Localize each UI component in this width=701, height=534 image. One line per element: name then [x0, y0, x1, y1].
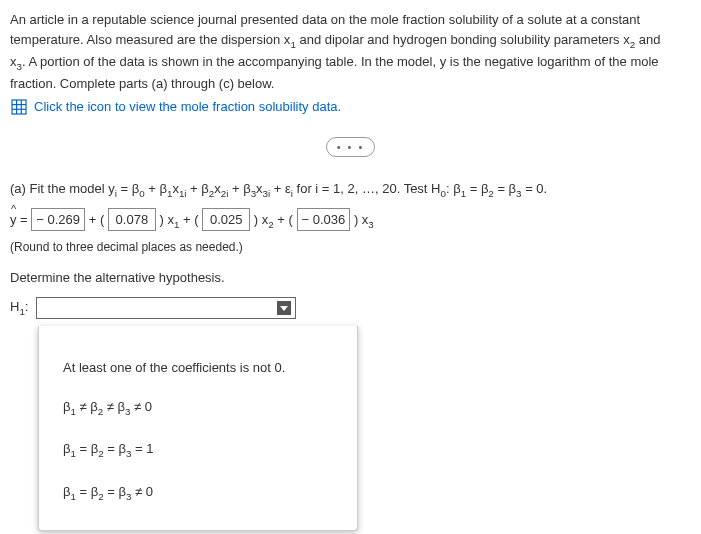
intro-text-3: and — [635, 32, 660, 47]
eq-text: = β — [117, 181, 139, 196]
chevron-down-icon[interactable] — [277, 301, 291, 315]
fitted-equation: y = − 0.269 + ( 0.078 ) x1 + ( 0.025 ) x… — [10, 208, 691, 232]
rounding-hint: (Round to three decimal places as needed… — [10, 238, 691, 256]
option-all-eq-neq0[interactable]: β1 = β2 = β3 ≠ 0 — [59, 472, 337, 514]
svg-rect-0 — [12, 100, 26, 114]
coef-b3-input[interactable]: − 0.036 — [297, 208, 351, 232]
plus-b3: + β — [228, 181, 250, 196]
plus-b2: + β — [187, 181, 209, 196]
sub-x1i: 1i — [179, 188, 187, 199]
fs2: 2 — [268, 218, 273, 229]
h1-label: H1: — [10, 297, 28, 319]
plus-b1: + β — [145, 181, 167, 196]
plus3: + ( — [277, 212, 293, 227]
coef-b1-input[interactable]: 0.078 — [108, 208, 156, 232]
problem-intro: An article in a reputable science journa… — [10, 10, 691, 93]
intro-text-5: . A portion of the data is shown in the … — [10, 54, 659, 91]
h1-dropdown[interactable] — [36, 297, 296, 319]
rp2: ) x — [254, 212, 268, 227]
yhat-eq: = — [17, 212, 32, 227]
plus2: + ( — [183, 212, 199, 227]
h1-pre: H — [10, 299, 19, 314]
coef-b0-input[interactable]: − 0.269 — [31, 208, 85, 232]
option-at-least-one[interactable]: At least one of the coefficients is not … — [59, 348, 337, 388]
data-link-text[interactable]: Click the icon to view the mole fraction… — [34, 97, 341, 117]
alt-hyp-label: Determine the alternative hypothesis. — [10, 268, 691, 288]
eq0: = 0. — [522, 181, 548, 196]
rp3: ) x — [354, 212, 368, 227]
plus1: + ( — [89, 212, 105, 227]
option-all-neq-0[interactable]: β1 ≠ β2 ≠ β3 ≠ 0 — [59, 387, 337, 429]
rp1: ) x — [160, 212, 174, 227]
data-link-row[interactable]: Click the icon to view the mole fraction… — [10, 97, 691, 117]
ellipsis-divider: • • • — [10, 137, 691, 158]
option-all-eq-1[interactable]: β1 = β2 = β3 = 1 — [59, 429, 337, 471]
y-hat: y — [10, 210, 17, 230]
table-icon[interactable] — [10, 98, 28, 116]
h1-row: H1: — [10, 297, 691, 319]
part-a-label: (a) Fit the model y — [10, 181, 115, 196]
fs3: 3 — [368, 218, 373, 229]
for-i: for i = 1, 2, …, 20. Test H — [293, 181, 441, 196]
h1-dropdown-panel: At least one of the coefficients is not … — [38, 326, 358, 531]
part-a-prompt: (a) Fit the model yi = β0 + β1x1i + β2x2… — [10, 179, 691, 201]
coef-b2-input[interactable]: 0.025 — [202, 208, 250, 232]
eps: + ε — [270, 181, 291, 196]
colon-b: : β — [446, 181, 461, 196]
intro-text-2: and dipolar and hydrogen bonding solubil… — [296, 32, 630, 47]
fs1: 1 — [174, 218, 179, 229]
ellipsis-pill[interactable]: • • • — [326, 137, 376, 158]
h1-post: : — [25, 299, 29, 314]
